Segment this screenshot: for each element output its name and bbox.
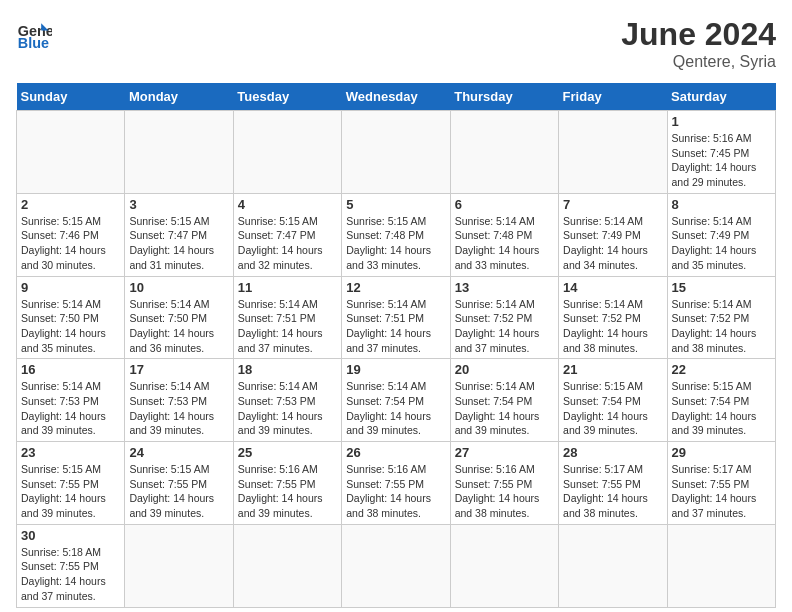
calendar-cell <box>342 111 450 194</box>
day-number: 14 <box>563 280 662 295</box>
day-info: Sunrise: 5:14 AMSunset: 7:53 PMDaylight:… <box>129 379 228 438</box>
day-number: 24 <box>129 445 228 460</box>
calendar-cell: 13Sunrise: 5:14 AMSunset: 7:52 PMDayligh… <box>450 276 558 359</box>
calendar-cell: 4Sunrise: 5:15 AMSunset: 7:47 PMDaylight… <box>233 193 341 276</box>
calendar-cell: 21Sunrise: 5:15 AMSunset: 7:54 PMDayligh… <box>559 359 667 442</box>
calendar-cell: 3Sunrise: 5:15 AMSunset: 7:47 PMDaylight… <box>125 193 233 276</box>
day-number: 25 <box>238 445 337 460</box>
day-info: Sunrise: 5:15 AMSunset: 7:47 PMDaylight:… <box>129 214 228 273</box>
calendar-row: 16Sunrise: 5:14 AMSunset: 7:53 PMDayligh… <box>17 359 776 442</box>
day-number: 16 <box>21 362 120 377</box>
day-info: Sunrise: 5:18 AMSunset: 7:55 PMDaylight:… <box>21 545 120 604</box>
calendar-cell: 24Sunrise: 5:15 AMSunset: 7:55 PMDayligh… <box>125 442 233 525</box>
calendar-cell <box>342 524 450 607</box>
calendar-cell <box>559 524 667 607</box>
day-info: Sunrise: 5:15 AMSunset: 7:55 PMDaylight:… <box>129 462 228 521</box>
day-number: 30 <box>21 528 120 543</box>
calendar-cell <box>450 524 558 607</box>
calendar-cell: 5Sunrise: 5:15 AMSunset: 7:48 PMDaylight… <box>342 193 450 276</box>
calendar-cell: 17Sunrise: 5:14 AMSunset: 7:53 PMDayligh… <box>125 359 233 442</box>
day-number: 6 <box>455 197 554 212</box>
calendar-cell: 10Sunrise: 5:14 AMSunset: 7:50 PMDayligh… <box>125 276 233 359</box>
calendar-cell: 18Sunrise: 5:14 AMSunset: 7:53 PMDayligh… <box>233 359 341 442</box>
day-number: 27 <box>455 445 554 460</box>
day-info: Sunrise: 5:15 AMSunset: 7:48 PMDaylight:… <box>346 214 445 273</box>
calendar-cell: 6Sunrise: 5:14 AMSunset: 7:48 PMDaylight… <box>450 193 558 276</box>
calendar-cell: 23Sunrise: 5:15 AMSunset: 7:55 PMDayligh… <box>17 442 125 525</box>
weekday-header-thursday: Thursday <box>450 83 558 111</box>
weekday-header-monday: Monday <box>125 83 233 111</box>
day-info: Sunrise: 5:14 AMSunset: 7:51 PMDaylight:… <box>238 297 337 356</box>
day-number: 20 <box>455 362 554 377</box>
weekday-header-wednesday: Wednesday <box>342 83 450 111</box>
svg-text:Blue: Blue <box>18 35 49 51</box>
calendar-cell: 28Sunrise: 5:17 AMSunset: 7:55 PMDayligh… <box>559 442 667 525</box>
calendar-row: 30Sunrise: 5:18 AMSunset: 7:55 PMDayligh… <box>17 524 776 607</box>
calendar-cell: 14Sunrise: 5:14 AMSunset: 7:52 PMDayligh… <box>559 276 667 359</box>
title-block: June 2024 Qentere, Syria <box>621 16 776 71</box>
day-info: Sunrise: 5:16 AMSunset: 7:55 PMDaylight:… <box>346 462 445 521</box>
calendar-cell: 30Sunrise: 5:18 AMSunset: 7:55 PMDayligh… <box>17 524 125 607</box>
calendar-cell <box>125 111 233 194</box>
day-info: Sunrise: 5:14 AMSunset: 7:50 PMDaylight:… <box>21 297 120 356</box>
day-info: Sunrise: 5:14 AMSunset: 7:53 PMDaylight:… <box>238 379 337 438</box>
calendar-row: 23Sunrise: 5:15 AMSunset: 7:55 PMDayligh… <box>17 442 776 525</box>
day-info: Sunrise: 5:17 AMSunset: 7:55 PMDaylight:… <box>563 462 662 521</box>
day-number: 22 <box>672 362 771 377</box>
day-info: Sunrise: 5:14 AMSunset: 7:54 PMDaylight:… <box>346 379 445 438</box>
calendar-cell: 20Sunrise: 5:14 AMSunset: 7:54 PMDayligh… <box>450 359 558 442</box>
day-number: 19 <box>346 362 445 377</box>
calendar-cell: 7Sunrise: 5:14 AMSunset: 7:49 PMDaylight… <box>559 193 667 276</box>
calendar-cell: 15Sunrise: 5:14 AMSunset: 7:52 PMDayligh… <box>667 276 775 359</box>
calendar-cell <box>233 111 341 194</box>
calendar-cell: 29Sunrise: 5:17 AMSunset: 7:55 PMDayligh… <box>667 442 775 525</box>
day-number: 15 <box>672 280 771 295</box>
weekday-header-friday: Friday <box>559 83 667 111</box>
calendar-cell <box>233 524 341 607</box>
day-number: 29 <box>672 445 771 460</box>
calendar-cell: 19Sunrise: 5:14 AMSunset: 7:54 PMDayligh… <box>342 359 450 442</box>
weekday-header-sunday: Sunday <box>17 83 125 111</box>
day-info: Sunrise: 5:15 AMSunset: 7:55 PMDaylight:… <box>21 462 120 521</box>
day-info: Sunrise: 5:14 AMSunset: 7:54 PMDaylight:… <box>455 379 554 438</box>
day-info: Sunrise: 5:14 AMSunset: 7:50 PMDaylight:… <box>129 297 228 356</box>
day-number: 17 <box>129 362 228 377</box>
day-info: Sunrise: 5:15 AMSunset: 7:47 PMDaylight:… <box>238 214 337 273</box>
page-header: General Blue June 2024 Qentere, Syria <box>16 16 776 71</box>
day-info: Sunrise: 5:16 AMSunset: 7:55 PMDaylight:… <box>455 462 554 521</box>
day-info: Sunrise: 5:15 AMSunset: 7:46 PMDaylight:… <box>21 214 120 273</box>
day-number: 2 <box>21 197 120 212</box>
calendar-cell: 22Sunrise: 5:15 AMSunset: 7:54 PMDayligh… <box>667 359 775 442</box>
calendar-cell: 27Sunrise: 5:16 AMSunset: 7:55 PMDayligh… <box>450 442 558 525</box>
calendar-row: 2Sunrise: 5:15 AMSunset: 7:46 PMDaylight… <box>17 193 776 276</box>
day-number: 1 <box>672 114 771 129</box>
day-number: 18 <box>238 362 337 377</box>
day-info: Sunrise: 5:14 AMSunset: 7:49 PMDaylight:… <box>563 214 662 273</box>
day-info: Sunrise: 5:17 AMSunset: 7:55 PMDaylight:… <box>672 462 771 521</box>
calendar-cell <box>450 111 558 194</box>
weekday-header-tuesday: Tuesday <box>233 83 341 111</box>
day-number: 10 <box>129 280 228 295</box>
calendar-cell: 9Sunrise: 5:14 AMSunset: 7:50 PMDaylight… <box>17 276 125 359</box>
calendar-table: SundayMondayTuesdayWednesdayThursdayFrid… <box>16 83 776 608</box>
calendar-cell: 11Sunrise: 5:14 AMSunset: 7:51 PMDayligh… <box>233 276 341 359</box>
day-number: 9 <box>21 280 120 295</box>
calendar-cell <box>125 524 233 607</box>
day-number: 8 <box>672 197 771 212</box>
calendar-cell <box>17 111 125 194</box>
day-number: 4 <box>238 197 337 212</box>
day-info: Sunrise: 5:15 AMSunset: 7:54 PMDaylight:… <box>563 379 662 438</box>
calendar-cell: 25Sunrise: 5:16 AMSunset: 7:55 PMDayligh… <box>233 442 341 525</box>
logo-icon: General Blue <box>16 16 52 52</box>
calendar-cell: 16Sunrise: 5:14 AMSunset: 7:53 PMDayligh… <box>17 359 125 442</box>
day-info: Sunrise: 5:14 AMSunset: 7:53 PMDaylight:… <box>21 379 120 438</box>
day-number: 12 <box>346 280 445 295</box>
month-title: June 2024 <box>621 16 776 53</box>
calendar-cell <box>559 111 667 194</box>
day-number: 11 <box>238 280 337 295</box>
day-info: Sunrise: 5:14 AMSunset: 7:49 PMDaylight:… <box>672 214 771 273</box>
calendar-row: 9Sunrise: 5:14 AMSunset: 7:50 PMDaylight… <box>17 276 776 359</box>
location: Qentere, Syria <box>621 53 776 71</box>
weekday-header-saturday: Saturday <box>667 83 775 111</box>
day-number: 3 <box>129 197 228 212</box>
